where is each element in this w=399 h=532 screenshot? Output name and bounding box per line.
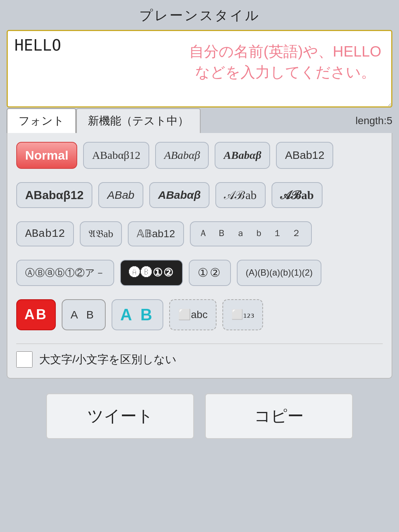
font-btn-italic-sans[interactable]: ABab bbox=[98, 182, 143, 208]
text-input[interactable]: HELLO bbox=[7, 30, 392, 108]
font-btn-bold-italic-sans[interactable]: ABabαβ bbox=[149, 182, 210, 208]
case-insensitive-checkbox[interactable] bbox=[16, 351, 33, 368]
separator bbox=[16, 344, 383, 344]
font-btn-circled-dark[interactable]: 🅐🅑①② bbox=[120, 260, 183, 286]
font-btn-teal-bold[interactable]: A B bbox=[112, 299, 163, 331]
font-row-1: Normal ABabαβ12 ABabαβ ABabαβ ABab12 bbox=[16, 142, 383, 169]
tabs-row: フォント 新機能（テスト中） length:5 bbox=[0, 108, 399, 133]
tab-new-features[interactable]: 新機能（テスト中） bbox=[76, 108, 201, 133]
bottom-area: ツイート コピー bbox=[0, 393, 399, 439]
checkbox-label[interactable]: 大文字/小文字を区別しない bbox=[39, 352, 177, 367]
checkbox-row: 大文字/小文字を区別しない bbox=[16, 351, 383, 368]
font-btn-circled-outlined[interactable]: ①② bbox=[189, 260, 231, 286]
font-btn-double-struck[interactable]: 𝔸𝔹ab12 bbox=[128, 221, 184, 246]
copy-button[interactable]: コピー bbox=[205, 393, 353, 439]
font-btn-box-outlined[interactable]: A B bbox=[62, 299, 106, 331]
font-btn-script2[interactable]: 𝒜ℬab bbox=[272, 182, 323, 208]
font-btn-parenthesized[interactable]: (A)(B)(a)(b)(1)(2) bbox=[237, 260, 321, 286]
font-panel: Normal ABabαβ12 ABabαβ ABabαβ ABab12 ABa… bbox=[7, 133, 392, 379]
font-btn-fraktur[interactable]: 𝔄𝔅ab bbox=[80, 221, 122, 246]
app-title: プレーンスタイル bbox=[0, 0, 399, 30]
font-btn-wide[interactable]: Ａ Ｂ ａ ｂ １ ２ bbox=[190, 221, 312, 246]
font-row-4: ⒶⒷⓐⓑ①②ア－ 🅐🅑①② ①② (A)(B)(a)(b)(1)(2) bbox=[16, 260, 383, 286]
font-btn-serif-italic[interactable]: ABabαβ bbox=[155, 142, 209, 169]
font-btn-sans[interactable]: ABab12 bbox=[276, 142, 333, 169]
length-label: length:5 bbox=[355, 115, 392, 127]
font-btn-red-box[interactable]: AB bbox=[16, 299, 56, 331]
tab-font[interactable]: フォント bbox=[7, 108, 76, 133]
font-btn-normal[interactable]: Normal bbox=[16, 142, 77, 169]
tweet-button[interactable]: ツイート bbox=[46, 393, 194, 439]
font-btn-serif-bold-italic[interactable]: ABabαβ bbox=[215, 142, 270, 169]
font-row-3: ABab12 𝔄𝔅ab 𝔸𝔹ab12 Ａ Ｂ ａ ｂ １ ２ bbox=[16, 221, 383, 246]
font-btn-circled[interactable]: ⒶⒷⓐⓑ①②ア－ bbox=[16, 260, 114, 286]
font-btn-bold-sans[interactable]: ABabαβ12 bbox=[16, 182, 92, 208]
font-btn-dotted-abc[interactable]: ⬜abc bbox=[169, 299, 216, 331]
font-btn-script1[interactable]: 𝒜ℬab bbox=[215, 182, 265, 208]
font-row-2: ABabαβ12 ABab ABabαβ 𝒜ℬab 𝒜ℬab bbox=[16, 182, 383, 208]
input-section: HELLO 自分の名前(英語)や、HELLO などを入力してください。 bbox=[7, 30, 392, 108]
font-btn-dotted-123[interactable]: ⬜₁₂₃ bbox=[222, 299, 263, 331]
font-row-5: AB A B A B ⬜abc ⬜₁₂₃ bbox=[16, 299, 383, 331]
font-btn-serif-math[interactable]: ABabαβ12 bbox=[83, 142, 149, 169]
font-btn-mono[interactable]: ABab12 bbox=[16, 221, 74, 246]
